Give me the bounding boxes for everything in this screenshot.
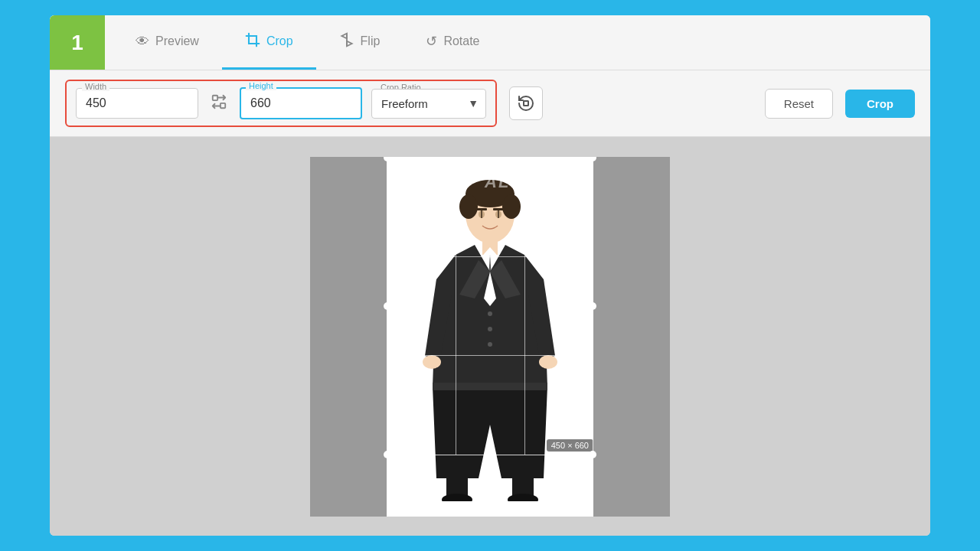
svg-point-24	[539, 355, 557, 369]
gray-right-panel	[593, 157, 670, 517]
reset-button[interactable]: Reset	[765, 89, 833, 119]
rotate-icon: ↺	[426, 33, 437, 50]
nav-tabs: 👁 Preview Crop	[105, 15, 930, 70]
crop-apply-button[interactable]: Crop	[845, 90, 915, 118]
swap-dimensions-button[interactable]	[207, 90, 230, 117]
person-illustration	[413, 172, 567, 501]
tab-flip[interactable]: Flip	[316, 15, 403, 70]
svg-point-22	[488, 342, 492, 347]
svg-rect-1	[213, 95, 217, 99]
height-group: Height	[240, 87, 362, 119]
svg-point-7	[502, 194, 521, 219]
gray-left-panel	[310, 157, 387, 517]
svg-point-21	[488, 327, 492, 331]
controls-box: Width Height Crop Ratio	[65, 80, 497, 127]
width-input[interactable]	[76, 88, 198, 119]
svg-rect-12	[476, 208, 487, 210]
person-area	[387, 157, 593, 517]
height-label: Height	[246, 81, 276, 90]
crop-ratio-group: Crop Ratio Freeform 1:1 4:3 16:9 3:2 ▼	[371, 89, 486, 119]
svg-rect-25	[433, 383, 547, 390]
svg-point-6	[459, 194, 478, 219]
width-group: Width	[76, 88, 198, 119]
canvas-area: ALUTEKNC 450 × 660	[50, 137, 930, 536]
width-label: Width	[82, 82, 109, 91]
rotate-crop-button[interactable]	[509, 86, 543, 120]
svg-rect-2	[220, 103, 225, 107]
flip-icon	[339, 32, 354, 51]
preview-icon: 👁	[136, 34, 149, 50]
svg-point-20	[488, 311, 492, 316]
watermark: ALUTEKNC	[485, 172, 590, 192]
top-nav: 1 👁 Preview Crop	[50, 15, 930, 70]
size-indicator: 450 × 660	[547, 439, 593, 452]
crop-ratio-select[interactable]: Freeform 1:1 4:3 16:9 3:2	[371, 89, 486, 119]
tab-preview-label: Preview	[155, 34, 199, 48]
tab-rotate[interactable]: ↺ Rotate	[403, 15, 502, 70]
tab-crop-label: Crop	[266, 34, 293, 48]
image-bg: ALUTEKNC 450 × 660	[310, 157, 670, 517]
crop-icon	[245, 32, 260, 51]
step-badge: 1	[50, 15, 105, 70]
tab-preview[interactable]: 👁 Preview	[113, 15, 222, 70]
svg-rect-3	[524, 101, 528, 106]
height-input[interactable]	[240, 87, 362, 119]
toolbar-row: Width Height Crop Ratio	[50, 70, 930, 137]
tab-rotate-label: Rotate	[443, 34, 479, 48]
svg-point-23	[423, 355, 441, 369]
image-container: ALUTEKNC 450 × 660	[310, 157, 670, 517]
tab-crop[interactable]: Crop	[222, 15, 316, 70]
tab-flip-label: Flip	[361, 34, 381, 48]
svg-rect-13	[493, 208, 504, 210]
crop-ratio-select-wrapper: Freeform 1:1 4:3 16:9 3:2 ▼	[371, 89, 486, 119]
app-container: 1 👁 Preview Crop	[50, 15, 930, 536]
